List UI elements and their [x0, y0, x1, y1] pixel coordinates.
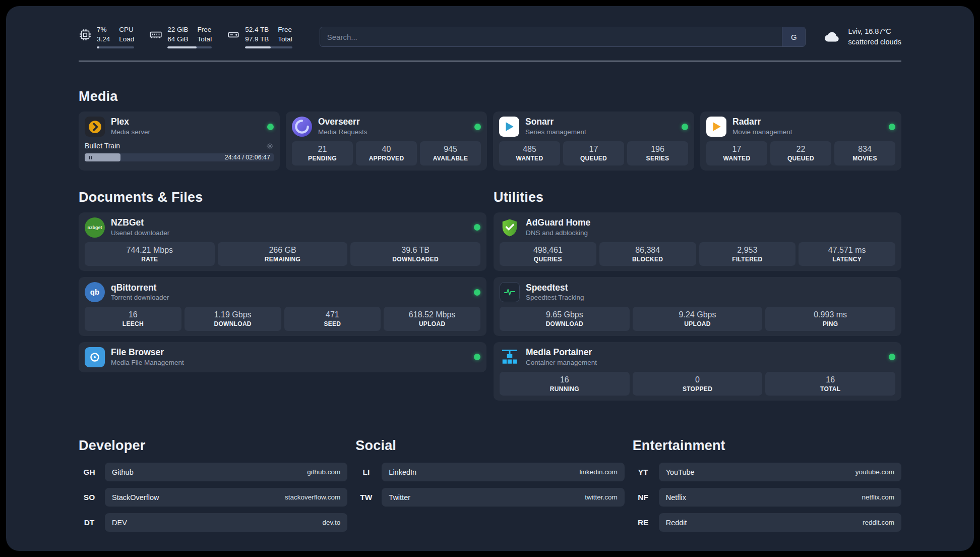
- search-engine-button[interactable]: G: [782, 27, 805, 46]
- sonarr-stat-series: 196 SERIES: [627, 141, 688, 165]
- bookmarks-developer: Developer GH Github github.com SO StackO…: [79, 438, 347, 538]
- status-dot: [889, 124, 895, 130]
- ram-progress-bar: [167, 46, 212, 48]
- portainer-card[interactable]: Media Portainer Container management 16 …: [494, 342, 901, 401]
- search-input[interactable]: [320, 27, 782, 46]
- app-desc: DNS and adblocking: [526, 229, 895, 238]
- weather-location: Lviv, 16.87°C: [848, 26, 901, 37]
- app-name: Overseerr: [318, 117, 468, 128]
- disk-label-bottom: Total: [278, 35, 292, 44]
- speedtest-card[interactable]: Speedtest Speedtest Tracking 9.65 Gbps D…: [494, 277, 901, 336]
- overseerr-card[interactable]: Overseerr Media Requests 21 PENDING 40 A…: [286, 112, 487, 171]
- ram-free-value: 22 GiB: [167, 25, 188, 34]
- status-dot: [682, 124, 688, 130]
- radarr-stat-movies: 834 MOVIES: [834, 141, 895, 165]
- cloud-icon: [823, 27, 842, 46]
- bookmark-stackoverflow[interactable]: SO StackOverflow stackoverflow.com: [79, 488, 347, 507]
- plex-card[interactable]: Plex Media server Bullet Train: [79, 112, 280, 171]
- radarr-icon: [706, 117, 726, 137]
- qbittorrent-card[interactable]: qb qBittorrent Torrent downloader 16 LEE…: [79, 277, 486, 336]
- adguard-stat-queries: 498,461 QUERIES: [500, 242, 596, 266]
- youtube-abbr: YT: [633, 468, 654, 477]
- nzbget-card[interactable]: nzbget NZBGet Usenet downloader 744.21 M…: [79, 212, 486, 271]
- bookmark-name: Twitter: [389, 493, 585, 502]
- bookmark-dev[interactable]: DT DEV dev.to: [79, 513, 347, 532]
- adguard-icon: [500, 217, 520, 238]
- sonarr-card[interactable]: Sonarr Series management 485 WANTED 17 Q…: [493, 112, 694, 171]
- radarr-stat-wanted: 17 WANTED: [706, 141, 767, 165]
- radarr-card[interactable]: Radarr Movie management 17 WANTED 22 QUE…: [700, 112, 901, 171]
- bookmarks-section: Developer GH Github github.com SO StackO…: [79, 438, 901, 538]
- pause-icon[interactable]: [88, 155, 93, 160]
- bookmark-url: dev.to: [323, 519, 341, 526]
- developer-section-title: Developer: [79, 438, 347, 454]
- sonarr-stat-wanted: 485 WANTED: [499, 141, 560, 165]
- status-dot: [474, 124, 481, 130]
- documents-column: Documents & Files nzbget NZBGet Usenet d…: [79, 171, 486, 372]
- app-name: NZBGet: [111, 217, 468, 229]
- stackoverflow-abbr: SO: [79, 493, 100, 502]
- speedtest-stat-upload: 9.24 Gbps UPLOAD: [633, 307, 763, 331]
- topbar-divider: [79, 61, 901, 62]
- bookmark-name: LinkedIn: [389, 468, 579, 476]
- bookmark-url: youtube.com: [855, 468, 894, 476]
- app-desc: Container management: [526, 358, 883, 367]
- bookmark-name: Github: [112, 468, 307, 476]
- bookmark-netflix[interactable]: NF Netflix netflix.com: [633, 488, 901, 507]
- sonarr-stat-queued: 17 QUEUED: [563, 141, 624, 165]
- weather-widget: Lviv, 16.87°C scattered clouds: [823, 26, 901, 47]
- bookmark-reddit[interactable]: RE Reddit reddit.com: [633, 513, 901, 532]
- bookmark-twitter[interactable]: TW Twitter twitter.com: [355, 488, 624, 507]
- bookmark-url: stackoverflow.com: [285, 493, 340, 501]
- bookmark-name: Netflix: [666, 493, 862, 502]
- playback-time: 24:44 / 02:06:47: [225, 154, 270, 161]
- status-dot: [889, 354, 895, 360]
- disk-icon: [227, 28, 240, 41]
- settings-gear-icon[interactable]: [266, 142, 274, 150]
- qbittorrent-stat-upload: 618.52 Mbps UPLOAD: [384, 307, 480, 331]
- app-desc: Media File Management: [111, 358, 468, 367]
- cpu-label-top: CPU: [119, 25, 134, 34]
- app-desc: Media server: [111, 128, 261, 137]
- bookmark-github[interactable]: GH Github github.com: [79, 463, 347, 481]
- adguard-stat-blocked: 86,384 BLOCKED: [599, 242, 696, 266]
- netflix-abbr: NF: [633, 493, 654, 502]
- bookmark-youtube[interactable]: YT YouTube youtube.com: [633, 463, 901, 481]
- app-name: Speedtest: [526, 283, 895, 294]
- dashboard-panel: 7% 3.24 CPU Load: [6, 6, 974, 551]
- bookmark-name: StackOverflow: [112, 493, 285, 502]
- github-abbr: GH: [79, 468, 100, 477]
- media-section-title: Media: [79, 89, 901, 104]
- cpu-widget: 7% 3.24 CPU Load: [79, 25, 134, 48]
- qbittorrent-stat-leech: 16 LEECH: [85, 307, 181, 331]
- bookmark-url: twitter.com: [585, 493, 618, 501]
- app-name: Media Portainer: [526, 347, 883, 358]
- bookmarks-entertainment: Entertainment YT YouTube youtube.com NF …: [633, 438, 901, 538]
- bookmark-name: Reddit: [666, 519, 863, 527]
- qbittorrent-stat-seed: 471 SEED: [284, 307, 381, 331]
- overseerr-stat-approved: 40 APPROVED: [356, 141, 417, 165]
- cpu-chip-icon: [79, 28, 92, 41]
- cpu-usage-value: 7%: [97, 25, 110, 34]
- app-name: File Browser: [111, 347, 468, 358]
- disk-label-top: Free: [278, 25, 292, 34]
- bookmark-linkedin[interactable]: LI LinkedIn linkedin.com: [355, 463, 624, 481]
- bookmark-url: github.com: [307, 468, 340, 476]
- app-desc: Usenet downloader: [111, 229, 468, 238]
- ram-total-value: 64 GiB: [167, 35, 188, 44]
- portainer-stat-total: 16 TOTAL: [765, 372, 895, 396]
- utilities-column: Utilities AdGuard Home DNS and adblockin…: [494, 171, 901, 401]
- speedtest-stat-ping: 0.993 ms PING: [765, 307, 895, 331]
- now-playing-title: Bullet Train: [85, 142, 120, 150]
- filebrowser-card[interactable]: File Browser Media File Management: [79, 342, 486, 372]
- app-desc: Media Requests: [318, 128, 468, 137]
- adguard-card[interactable]: AdGuard Home DNS and adblocking 498,461 …: [494, 212, 901, 271]
- weather-condition: scattered clouds: [848, 37, 901, 47]
- disk-total-value: 97.9 TB: [245, 35, 269, 44]
- sonarr-icon: [499, 117, 519, 137]
- utilities-section-title: Utilities: [494, 190, 901, 205]
- nzbget-icon: nzbget: [85, 217, 105, 238]
- reddit-abbr: RE: [633, 518, 654, 527]
- overseerr-stat-pending: 21 PENDING: [292, 141, 353, 165]
- adguard-stat-latency: 47.571 ms LATENCY: [799, 242, 895, 266]
